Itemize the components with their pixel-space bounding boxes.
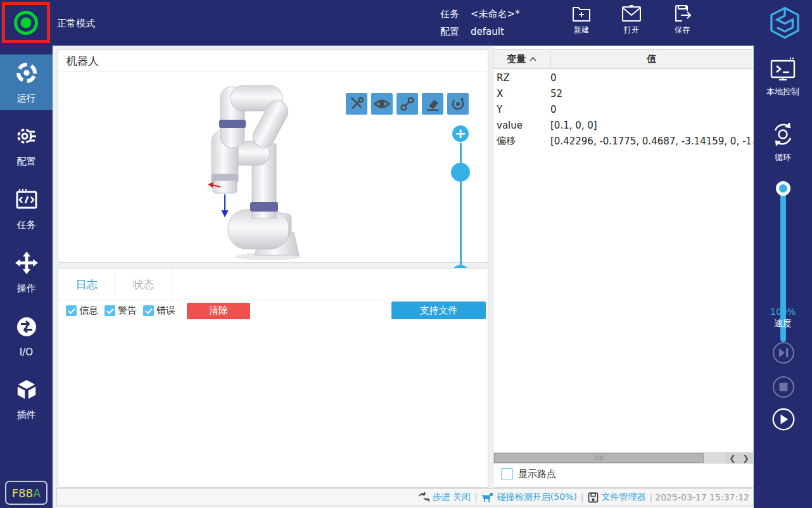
table-row[interactable]: RZ 0 (493, 70, 753, 86)
io-icon (14, 314, 39, 342)
stop-button[interactable] (771, 375, 796, 399)
open-button[interactable]: 打开 (611, 4, 652, 35)
play-icon (771, 406, 796, 433)
plugin-icon (14, 377, 39, 405)
variables-table: RZ 0 X 52 Y 0 value [0.1, 0, 0] 偏移 [0.42… (493, 70, 753, 149)
new-task-button[interactable]: 新建 (561, 4, 602, 35)
sidebar-item-jog[interactable]: 操作 (0, 244, 53, 300)
variable-column-header[interactable]: 变量 (493, 50, 550, 68)
local-control-button[interactable]: 本地控制 (754, 57, 812, 98)
speed-readout: 100% 速度 (754, 307, 812, 329)
tab-status[interactable]: 状态 (115, 269, 172, 300)
sidebar-item-config[interactable]: 配置 (0, 118, 53, 174)
tools-button[interactable] (346, 93, 367, 115)
sort-asc-icon (530, 57, 536, 61)
collision-detection-status[interactable]: 碰撞检测开启(50%) (478, 492, 581, 503)
scroll-right-icon[interactable]: ❯ (742, 454, 749, 463)
open-label: 打开 (611, 25, 652, 35)
table-row[interactable]: Y 0 (493, 101, 753, 117)
scrollbar-thumb[interactable] (494, 453, 704, 463)
robot-panel-title: 机器人 (58, 50, 488, 72)
eraser-icon (424, 96, 441, 112)
show-waypoints-label: 显示路点 (518, 468, 556, 480)
warning-checkbox[interactable] (105, 305, 115, 316)
robot-3d-view[interactable] (205, 83, 300, 264)
path-button[interactable] (396, 93, 418, 115)
support-file-button[interactable]: 支持文件 (391, 302, 486, 319)
eraser-button[interactable] (422, 93, 443, 115)
right-sidebar: 本地控制 循环 100% 速度 (754, 46, 812, 508)
rotate-view-button[interactable] (447, 93, 469, 115)
collision-detection-icon (481, 492, 494, 503)
speed-slider-knob[interactable] (776, 181, 790, 196)
file-manager-button[interactable]: 文件管理器 (584, 492, 650, 503)
loop-label: 循环 (754, 152, 812, 163)
filter-warning[interactable]: 警告 (105, 305, 137, 317)
config-value: default (471, 26, 504, 37)
tools-icon (348, 96, 365, 112)
robot-view-panel: 机器人 (58, 49, 488, 263)
step-mode-status[interactable]: 步进 关闭 (414, 492, 474, 503)
sidebar-item-label: I/O (20, 346, 33, 358)
step-forward-icon (771, 341, 796, 365)
table-row[interactable]: 偏移 [0.42296, -0.1775, 0.4687, -3.14159, … (493, 133, 753, 149)
rotate-icon (450, 96, 466, 112)
variable-name: Y (493, 104, 550, 115)
step-forward-button[interactable] (771, 341, 796, 365)
sidebar-item-label: 任务 (17, 219, 36, 231)
sidebar-item-task[interactable]: 任务 (0, 181, 53, 237)
filter-error[interactable]: 错误 (143, 305, 175, 317)
robot-arm-image (205, 83, 300, 262)
status-timestamp: 2025-03-17 15:37:12 (652, 492, 749, 502)
task-info: 任务 <未命名>* 配置 default (440, 6, 520, 41)
task-label: 任务 (440, 8, 459, 20)
zoom-in-button[interactable]: + (452, 125, 469, 142)
zoom-slider-knob[interactable] (451, 163, 470, 182)
robot-status-indicator[interactable] (14, 11, 38, 35)
path-icon (399, 96, 416, 112)
sidebar-item-plugin[interactable]: 插件 (0, 371, 53, 427)
save-button[interactable]: 保存 (662, 4, 702, 35)
sidebar-item-io[interactable]: I/O (0, 308, 53, 364)
error-checkbox[interactable] (143, 305, 154, 316)
step-mode-icon (418, 492, 429, 502)
robot-model-badge[interactable]: F88A (5, 481, 48, 505)
filter-error-label: 错误 (156, 305, 175, 317)
save-icon (662, 4, 702, 23)
visibility-button[interactable] (371, 93, 393, 115)
filter-info[interactable]: 信息 (66, 305, 98, 317)
horizontal-scrollbar[interactable]: ❮ ❯ (493, 452, 753, 464)
stop-icon (771, 375, 796, 399)
new-task-label: 新建 (561, 25, 602, 35)
status-bar: 步进 关闭 | 碰撞检测开启(50%) | 文件管理器 | 2025-03-17… (56, 488, 754, 506)
filter-info-label: 信息 (79, 305, 98, 317)
config-label: 配置 (440, 26, 459, 38)
scroll-left-icon[interactable]: ❮ (729, 454, 736, 463)
info-checkbox[interactable] (66, 305, 77, 316)
open-icon (611, 4, 652, 23)
table-row[interactable]: X 52 (493, 86, 753, 101)
task-value: <未命名>* (471, 8, 520, 20)
play-button[interactable] (771, 407, 796, 431)
zoom-slider-track[interactable] (460, 143, 462, 265)
top-bar: 正常模式 任务 <未命名>* 配置 default 新建 打开 (0, 0, 812, 46)
table-row[interactable]: value [0.1, 0, 0] (493, 117, 753, 133)
variables-header: 变量 值 (493, 49, 753, 69)
show-waypoints-checkbox[interactable] (501, 468, 513, 480)
speed-label: 速度 (754, 318, 812, 329)
tab-log[interactable]: 日志 (58, 269, 115, 300)
new-task-icon (561, 4, 602, 23)
sidebar-item-label: 运行 (17, 92, 36, 105)
loop-button[interactable]: 循环 (754, 120, 812, 163)
check-icon (106, 308, 114, 314)
filter-warning-label: 警告 (118, 305, 137, 317)
left-sidebar: 运行 配置 任务 (0, 46, 53, 508)
show-waypoints-row: 显示路点 (501, 468, 556, 480)
speed-percent: 100% (754, 307, 812, 317)
loop-icon (754, 120, 812, 148)
sidebar-item-label: 配置 (17, 156, 36, 168)
settings-icon (14, 124, 39, 151)
value-column-header[interactable]: 值 (550, 50, 753, 68)
sidebar-item-run[interactable]: 运行 (0, 54, 53, 110)
clear-log-button[interactable]: 清除 (187, 303, 250, 319)
